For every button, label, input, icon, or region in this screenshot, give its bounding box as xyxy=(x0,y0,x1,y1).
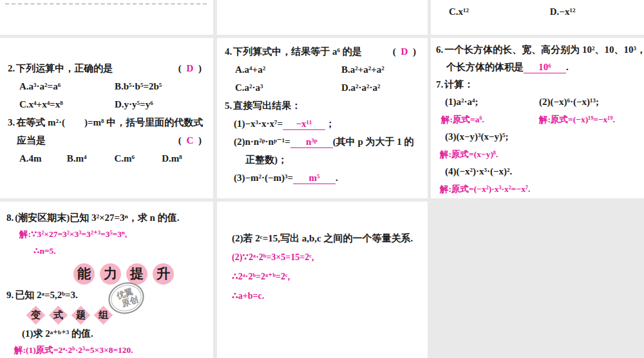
question-8: 8. (潮安区期末)已知 3²×27=3ⁿ，求 n 的值. xyxy=(6,209,211,226)
paren-left: ( xyxy=(178,135,183,146)
item-1-answer-blank: −x¹¹ xyxy=(283,118,325,130)
option-b: B.m⁴ xyxy=(67,149,115,167)
paren-right: ) xyxy=(198,63,203,73)
question-2-stem: 下列运算中，正确的是 xyxy=(16,59,178,77)
question-6-answer-blank: 10⁶ xyxy=(524,61,566,73)
question-9-item-2-solution-line-2: ∴2ᵃ·2ᵇ=2ᵃ⁺ᵇ=2ᶜ, xyxy=(232,267,424,287)
card-cutoff-top-left xyxy=(0,0,213,35)
question-7-number: 7. xyxy=(436,76,444,93)
question-8-solution-line-2: ∴n=5. xyxy=(6,243,211,259)
question-3-options-row: A.4m B.m⁴ C.m⁶ D.m⁸ xyxy=(8,149,209,167)
question-8-stem: (潮安区期末)已知 3²×27=3ⁿ，求 n 的值. xyxy=(15,209,211,226)
item-1-suffix: ； xyxy=(325,118,335,129)
question-3-stem-line-2: 应当是 xyxy=(8,131,178,149)
diamond-char: 组 xyxy=(95,307,111,323)
option-c: C.x⁴+x⁴=x⁸ xyxy=(19,95,115,113)
question-4-options-row-2: C.a²·a³ D.a²·a²·a² xyxy=(225,79,424,97)
card-questions-6-7: 6. 一个长方体的长、宽、高分别为 10²、10、10³，则这 个长方体的体积是… xyxy=(431,38,644,198)
option-c: C.x¹² xyxy=(449,3,547,21)
question-5-item-2: (2)n·n²ᵖ·nᵖ⁻¹=n³ᵖ(其中 p 为大于 1 的 xyxy=(225,133,424,151)
question-4-answer-bracket: ( D ) xyxy=(393,42,417,61)
question-3-line-2: 应当是 ( C ) xyxy=(8,131,209,149)
question-5: 5. 直接写出结果： xyxy=(225,97,424,115)
question-7-item-3-solution: 解:原式=(x−y)⁸. xyxy=(436,146,641,163)
item-3-answer-blank: m⁵ xyxy=(293,172,336,184)
answer-letter: C xyxy=(186,135,194,146)
option-d: D.m⁸ xyxy=(162,149,209,167)
option-b: B.b⁵·b⁵=2b⁵ xyxy=(115,77,162,95)
question-3-stem-line-1: 在等式 m²·( )=m⁸ 中，括号里面的代数式 xyxy=(16,113,209,131)
question-7-label: 计算： xyxy=(444,76,641,93)
question-9-number: 9. xyxy=(6,287,15,303)
item-2-suffix: (其中 p 为大于 1 的 xyxy=(333,137,414,147)
question-2-answer-bracket: ( D ) xyxy=(178,59,203,77)
question-5-item-2-continuation: 正整数)； xyxy=(225,151,424,169)
card-empty-middle-top xyxy=(217,0,428,35)
question-7-item-4-expression: (4)(−x²)·x³·(−x)². xyxy=(436,163,641,180)
paren-left: ( xyxy=(178,63,183,73)
question-3: 3. 在等式 m²·( )=m⁸ 中，括号里面的代数式 xyxy=(8,113,209,131)
option-d: D.a²·a²·a² xyxy=(341,79,381,97)
item-1-expression: (1)−x³·x·x⁷= xyxy=(234,118,283,129)
item-3-expression: (3)−m²·(−m)³= xyxy=(234,173,293,183)
question-6-line-2: 个长方体的体积是10⁶. xyxy=(436,59,641,76)
question-5-label: 直接写出结果： xyxy=(233,97,424,115)
card-question-9-part-2: (2)若 2ᶜ=15,写出 a,b,c 之间的一个等量关系. (2)∵2ᵃ·2ᵇ… xyxy=(217,202,428,358)
question-2-number: 2. xyxy=(8,59,16,77)
question-8-number: 8. xyxy=(6,209,15,226)
question-6: 6. 一个长方体的长、宽、高分别为 10²、10、10³，则这 xyxy=(436,41,641,59)
question-4-stem: 下列算式中，结果等于 a⁶ 的是 xyxy=(233,42,392,61)
item-2-solution: 解:原式=(−x)¹⁹=−x¹⁹. xyxy=(539,111,615,128)
item-2-expression: (2)(−x)⁶·(−x)¹³; xyxy=(539,93,599,111)
question-7-item-4-solution: 解:原式=(−x²)·x³·x²=−x⁷. xyxy=(436,180,641,198)
option-c: C.a²·a³ xyxy=(235,79,341,97)
option-c: C.m⁶ xyxy=(115,149,162,167)
answer-letter: D xyxy=(401,46,409,57)
question-2-options-row-2: C.x⁴+x⁴=x⁸ D.y·y⁵=y⁶ xyxy=(8,95,209,113)
question-7-items-1-2: (1)a²·a⁴; (2)(−x)⁶·(−x)¹³; xyxy=(436,93,641,111)
card-cutoff-top-right: C.x¹² D.−x¹² xyxy=(431,0,644,35)
question-9-item-2-solution-line-1: (2)∵2ᵃ·2ᵇ=3×5=15=2ᶜ, xyxy=(232,248,424,267)
card-questions-8-9: 8. (潮安区期末)已知 3²×27=3ⁿ，求 n 的值. 解:∵3²×27=3… xyxy=(0,202,213,358)
badge-char: 能 xyxy=(73,263,95,285)
paren-right: ) xyxy=(413,46,417,57)
item-2-expression: (2)n·n²ᵖ·nᵖ⁻¹= xyxy=(234,137,290,147)
option-d: D.y·y⁵=y⁶ xyxy=(115,95,153,113)
question-6-stem-line-2: 个长方体的体积是 xyxy=(446,62,524,72)
diamond-char: 变 xyxy=(28,307,44,323)
badge-char: 提 xyxy=(126,263,147,285)
badge-char: 力 xyxy=(100,263,121,285)
stamp-line-1: 优翼 xyxy=(115,287,134,301)
question-3-answer-bracket: ( C ) xyxy=(178,131,203,149)
item-2-answer-blank: n³ᵖ xyxy=(290,136,333,148)
question-6-number: 6. xyxy=(436,41,444,59)
question-5-item-3: (3)−m²·(−m)³=m⁵. xyxy=(225,169,424,187)
question-2-options-row-1: A.a³·a²=a⁶ B.b⁵·b⁵=2b⁵ xyxy=(8,77,209,95)
question-4: 4. 下列算式中，结果等于 a⁶ 的是 ( D ) xyxy=(225,42,424,61)
question-8-solution-line-1: 解:∵3²×27=3²×3³=3²⁺³=3⁵=3ⁿ, xyxy=(6,226,211,243)
question-7-solutions-1-2: 解:原式=a⁶. 解:原式=(−x)¹⁹=−x¹⁹. xyxy=(436,111,641,128)
question-9-item-1: (1)求 2ᵃ⁺ᵇ⁺³ 的值. xyxy=(6,325,211,342)
stamp-line-2: 原创 xyxy=(120,295,139,308)
question-4-options-row-1: A.a⁴+a² B.a²+a²+a² xyxy=(225,61,424,79)
cutoff-answer-line xyxy=(5,3,207,5)
question-7-item-3-expression: (3)(x−y)³(x−y)⁵; xyxy=(436,128,641,146)
question-9-solution-1: 解:(1)原式=2ᵃ·2ᵇ·2³=5×3×8=120. xyxy=(6,342,211,358)
question-6-suffix: . xyxy=(566,62,569,72)
option-a: A.4m xyxy=(19,149,67,167)
item-1-solution: 解:原式=a⁶. xyxy=(441,111,539,128)
card-questions-4-5: 4. 下列算式中，结果等于 a⁶ 的是 ( D ) A.a⁴+a² B.a²+a… xyxy=(217,38,428,198)
question-4-number: 4. xyxy=(225,42,233,61)
paren-right: ) xyxy=(198,135,203,146)
cutoff-options-row: C.x¹² D.−x¹² xyxy=(449,3,644,21)
question-5-number: 5. xyxy=(225,97,233,115)
option-b: B.a²+a²+a² xyxy=(341,61,384,79)
paren-left: ( xyxy=(393,46,397,57)
answer-letter: D xyxy=(186,63,194,73)
option-a: A.a³·a²=a⁶ xyxy=(19,77,115,95)
question-7: 7. 计算： xyxy=(436,76,641,93)
card-questions-2-3: 2. 下列运算中，正确的是 ( D ) A.a³·a²=a⁶ B.b⁵·b⁵=2… xyxy=(0,38,213,198)
question-2: 2. 下列运算中，正确的是 ( D ) xyxy=(8,59,209,77)
question-9-item-2-stem: (2)若 2ᶜ=15,写出 a,b,c 之间的一个等量关系. xyxy=(232,229,424,248)
question-9-item-2-solution-line-3: ∴a+b=c. xyxy=(232,287,424,306)
